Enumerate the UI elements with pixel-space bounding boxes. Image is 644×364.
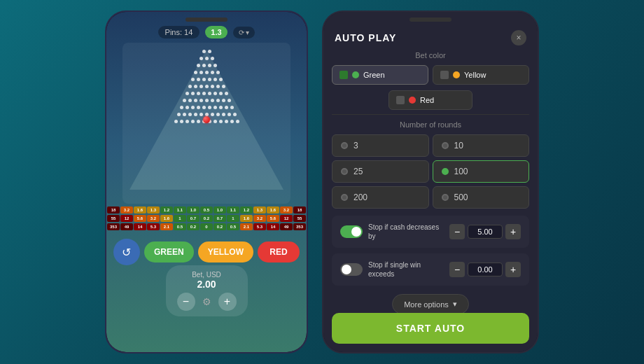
pin [216,113,220,116]
pin [202,50,206,53]
score-row-3: 353 49 14 5.3 2.1 0.5 0.2 0 0.2 0.5 2.1 … [122,223,290,230]
more-options-container: More options ▾ [332,291,529,313]
pin [205,57,209,60]
pin [214,106,217,109]
pin [225,106,228,109]
pin [219,106,223,109]
pin-row [122,71,290,74]
stop-cash-decrease[interactable]: − [449,224,465,239]
pin [222,99,225,102]
green-button[interactable]: GREEN [144,241,194,262]
score-cell: 55 [107,215,120,222]
score-cell: 1.6 [134,206,146,214]
score-cell: 2.1 [160,223,173,230]
color-option-green[interactable]: Green [332,65,428,85]
rounds-grid: 3 10 25 100 [332,134,529,209]
pins-container [122,50,290,127]
score-cell: 2.1 [240,223,253,230]
bet-decrease-button[interactable]: − [177,293,195,311]
pin [194,71,197,74]
round-option-10[interactable]: 10 [433,134,530,157]
pin [180,120,183,123]
pin [188,85,192,88]
score-row-2: 55 12 5.6 3.2 1.6 1 0.7 0.2 0.7 1 1.6 3.… [122,215,290,222]
stop-win-decrease[interactable]: − [449,262,465,277]
stop-win-toggle[interactable] [340,263,363,276]
round-option-25[interactable]: 25 [332,160,429,183]
score-cell: 49 [120,223,133,230]
pin [211,113,214,116]
score-cell: 1 [227,215,239,222]
score-cell: 1.6 [240,215,253,222]
color-option-yellow[interactable]: Yellow [433,65,529,85]
round-radio-200 [341,194,348,201]
score-cell: 5.3 [147,223,160,230]
red-label: Red [420,96,434,104]
pin [211,85,214,88]
round-radio-500 [442,194,449,201]
score-cell: 49 [280,223,293,230]
more-options-button[interactable]: More options ▾ [392,294,469,313]
color-option-red[interactable]: Red [388,90,472,110]
score-cell: 0.5 [227,223,239,230]
pin [191,92,195,95]
pin-row [122,99,290,102]
red-button[interactable]: RED [258,241,300,262]
stop-win-increase[interactable]: + [505,262,521,277]
score-cell: 3.2 [280,206,293,214]
bet-color-center: Red [332,90,529,110]
score-cell: 1.1 [227,206,239,214]
stop-cash-value-control: − + [449,224,521,239]
score-cell: 1.0 [214,206,226,214]
start-auto-button[interactable]: START AUTO [332,313,529,344]
pin [236,120,239,123]
score-cell: 0.2 [187,223,200,230]
pin [183,99,186,102]
score-cell: 3.2 [147,215,160,222]
round-option-200[interactable]: 200 [332,186,429,209]
score-cell: 55 [293,215,306,222]
green-dot [352,71,359,78]
score-cell: 14 [134,223,146,230]
auto-play-button[interactable]: ↺ [113,239,140,265]
score-cell: 1 [174,215,186,222]
pin [208,106,211,109]
round-radio-100 [442,168,449,175]
pin-row [122,106,290,109]
refresh-button[interactable]: ⟳ ▾ [233,27,255,38]
pin [194,99,197,102]
score-cell: 3.2 [253,215,266,222]
pin [225,120,228,123]
more-options-label: More options [404,300,449,309]
bet-controls: − ⚙ + [177,293,237,311]
pin [208,64,211,67]
score-cell: 1.3 [253,206,266,214]
pin [214,64,217,67]
stop-cash-toggle[interactable] [340,225,363,238]
bet-increase-button[interactable]: + [218,293,237,311]
close-button[interactable]: × [511,30,526,46]
round-value-100: 100 [454,167,468,176]
round-option-3[interactable]: 3 [332,134,429,157]
pin [230,106,234,109]
chevron-down-icon: ▾ [453,300,457,309]
round-option-100[interactable]: 100 [433,160,530,183]
pin [219,92,223,95]
yellow-button[interactable]: YELLOW [198,241,253,262]
pin [197,64,200,67]
plinko-ball [203,116,210,123]
score-cell: 1.0 [187,206,200,214]
stop-cash-input[interactable] [468,225,503,239]
pin [194,113,197,116]
color-checkbox-yellow [440,71,449,79]
stop-win-input[interactable] [468,262,503,276]
pin [211,57,214,60]
round-option-500[interactable]: 500 [433,186,530,209]
score-section: 18 3.2 1.6 1.3 1.2 1.1 1.0 0.5 1.0 1.1 1… [122,206,290,232]
game-area [122,43,290,204]
score-cell: 1.2 [240,206,253,214]
stop-condition-win: Stop if single win exceeds − + [332,253,529,286]
color-checkbox-red [396,96,405,104]
pin [197,120,200,123]
stop-cash-increase[interactable]: + [505,224,521,239]
